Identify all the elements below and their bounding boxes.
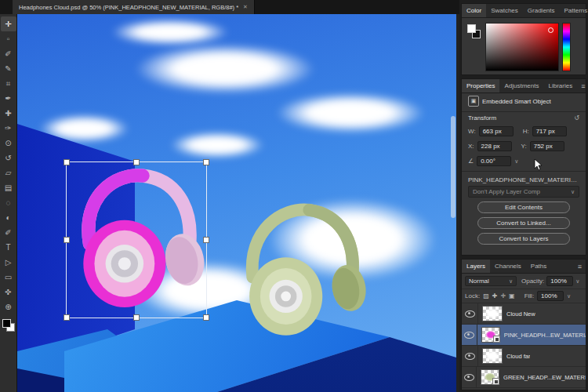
history-brush-tool[interactable]: ↺ <box>1 151 16 165</box>
panel-menu-icon[interactable]: ≡ <box>577 79 588 93</box>
gradient-tool[interactable]: ▤ <box>1 180 16 195</box>
crop-tool[interactable]: ⌗ <box>1 76 16 91</box>
height-field[interactable]: 717 px <box>532 126 567 136</box>
fill-field[interactable]: 100% <box>537 291 564 301</box>
shape-tool[interactable]: ▭ <box>1 270 16 285</box>
y-field[interactable]: 752 px <box>530 141 564 151</box>
opacity-field[interactable]: 100% <box>546 276 573 286</box>
selection-handle[interactable] <box>64 314 70 321</box>
panel-menu-icon[interactable]: ≡ <box>574 260 586 273</box>
document-canvas[interactable] <box>17 14 456 392</box>
tab-layers[interactable]: Layers <box>462 260 490 273</box>
healing-brush-tool[interactable]: ✚ <box>1 106 16 121</box>
lock-position-icon[interactable]: ✛ <box>500 292 506 299</box>
color-swatch-widget[interactable] <box>2 319 15 332</box>
quick-selection-tool[interactable]: ✎ <box>1 61 16 76</box>
selection-handle[interactable] <box>203 314 209 321</box>
tab-swatches[interactable]: Swatches <box>486 4 523 17</box>
x-label: X: <box>468 143 474 150</box>
hue-slider[interactable] <box>562 23 571 71</box>
blend-mode-dropdown[interactable]: Normal ∨ <box>465 276 517 286</box>
visibility-toggle[interactable] <box>462 325 477 345</box>
clone-stamp-tool[interactable]: ⊙ <box>1 136 16 151</box>
lasso-tool[interactable]: ✐ <box>1 46 16 61</box>
green-headphones-object[interactable] <box>229 198 366 339</box>
chevron-down-icon[interactable]: ∨ <box>567 293 571 299</box>
foreground-color-chip[interactable] <box>467 24 476 33</box>
dodge-tool[interactable]: ◐ <box>1 210 16 225</box>
layer-row-selected[interactable]: PINK_HEADPH...EW_MATERIAL <box>462 325 586 346</box>
selection-handle[interactable] <box>203 237 209 243</box>
marquee-tool[interactable]: ▫ <box>1 31 16 46</box>
hand-tool[interactable]: ✜ <box>1 285 16 299</box>
document-tab[interactable]: Headphones Cloud.psd @ 50% (PINK_HEADPHO… <box>13 0 255 14</box>
visibility-toggle[interactable] <box>462 303 478 324</box>
tab-gradients[interactable]: Gradients <box>523 4 560 17</box>
fill-label: Fill: <box>524 292 534 299</box>
lock-all-icon[interactable]: ▣ <box>509 292 515 299</box>
tab-libraries[interactable]: Libraries <box>544 79 578 93</box>
layer-name[interactable]: PINK_HEADPH...EW_MATERIAL <box>504 332 586 339</box>
titlebar: Headphones Cloud.psd @ 50% (PINK_HEADPHO… <box>0 0 459 14</box>
layer-thumbnail[interactable] <box>481 327 500 343</box>
width-field[interactable]: 663 px <box>479 126 514 136</box>
layer-name[interactable]: Cloud far <box>506 353 530 360</box>
document-tab-title: Headphones Cloud.psd @ 50% (PINK_HEADPHO… <box>19 4 238 11</box>
convert-to-layers-button[interactable]: Convert to Layers <box>477 233 570 245</box>
brush-tool[interactable]: ✑ <box>1 121 16 136</box>
tab-channels[interactable]: Channels <box>490 260 526 273</box>
foreground-color-swatch[interactable] <box>2 319 11 328</box>
blur-tool[interactable]: ◌ <box>1 195 16 210</box>
angle-field[interactable]: 0.00° <box>477 156 511 166</box>
layer-thumbnail[interactable] <box>482 348 503 364</box>
pen-tool[interactable]: ✐ <box>1 225 16 240</box>
edit-contents-button[interactable]: Edit Contents <box>477 201 570 213</box>
tab-close-icon[interactable]: ✕ <box>243 4 248 10</box>
eye-icon <box>465 310 475 318</box>
tab-paths[interactable]: Paths <box>526 260 551 273</box>
move-tool[interactable]: ✛ <box>1 16 16 31</box>
selection-handle[interactable] <box>133 159 140 165</box>
tab-adjustments[interactable]: Adjustments <box>499 79 543 93</box>
color-panel-tabs: Color Swatches Gradients Patterns ≡ <box>462 4 586 18</box>
transform-selection-box[interactable] <box>66 162 207 318</box>
chevron-down-icon: ∨ <box>509 278 513 285</box>
layer-thumbnail[interactable] <box>481 369 499 385</box>
layer-row[interactable]: Cloud New <box>462 303 586 325</box>
x-field[interactable]: 228 px <box>477 141 512 151</box>
eye-icon <box>465 353 475 360</box>
visibility-toggle[interactable] <box>462 346 478 366</box>
angle-icon: ∠ <box>468 158 474 165</box>
smart-object-badge <box>492 378 499 385</box>
saturation-picker[interactable] <box>485 23 559 71</box>
selection-handle[interactable] <box>133 314 140 321</box>
layer-thumbnail[interactable] <box>482 306 503 321</box>
type-tool[interactable]: T <box>1 240 16 255</box>
layer-name[interactable]: Cloud New <box>506 310 535 318</box>
eraser-tool[interactable]: ▱ <box>1 165 16 180</box>
tab-color[interactable]: Color <box>462 4 486 17</box>
selection-handle[interactable] <box>64 159 70 165</box>
eyedropper-tool[interactable]: ✒ <box>1 91 16 106</box>
eye-icon <box>464 332 474 339</box>
layer-comp-dropdown[interactable]: Don't Apply Layer Comp ∨ <box>468 186 579 198</box>
selection-handle[interactable] <box>64 237 70 243</box>
tab-patterns[interactable]: Patterns <box>560 4 588 17</box>
convert-to-linked-button[interactable]: Convert to Linked... <box>477 217 570 229</box>
zoom-tool[interactable]: ⊕ <box>1 299 16 314</box>
lock-transparency-icon[interactable]: ▨ <box>483 292 489 299</box>
reset-transform-icon[interactable]: ↺ <box>574 114 579 122</box>
canvas-vertical-scrollbar[interactable] <box>451 116 456 218</box>
visibility-toggle[interactable] <box>462 367 477 387</box>
chevron-down-icon[interactable]: ∨ <box>514 158 518 165</box>
tab-properties[interactable]: Properties <box>462 79 499 93</box>
lock-pixels-icon[interactable]: ✚ <box>492 292 498 299</box>
selection-handle[interactable] <box>203 159 209 165</box>
layer-row[interactable]: Cloud far <box>462 346 586 367</box>
color-picker-dot[interactable] <box>548 27 554 33</box>
layer-name[interactable]: GREEN_HEADP...EW_MATERIAL <box>503 374 586 381</box>
layer-row[interactable]: GREEN_HEADP...EW_MATERIAL <box>462 367 586 388</box>
lock-label: Lock: <box>465 292 480 299</box>
chevron-down-icon[interactable]: ∨ <box>575 278 579 285</box>
path-selection-tool[interactable]: ▷ <box>1 255 16 270</box>
